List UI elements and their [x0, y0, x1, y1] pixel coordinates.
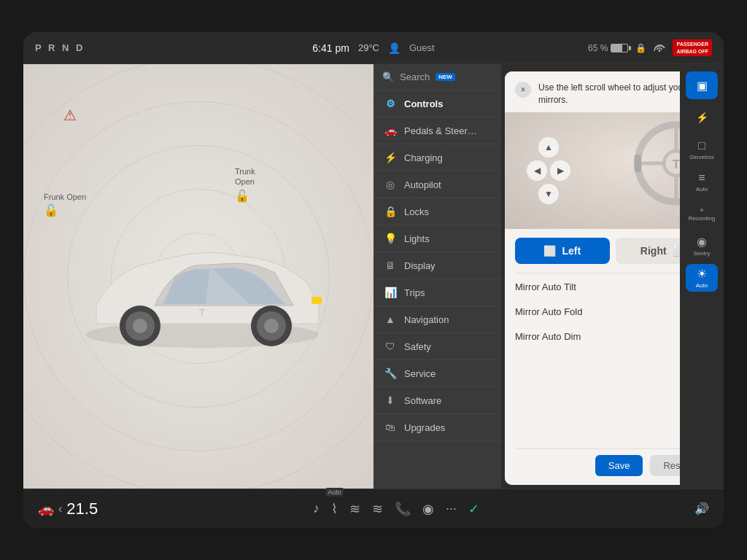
menu-item-autopilot[interactable]: ◎ Autopilot — [374, 171, 501, 198]
menu-item-display-label: Display — [404, 260, 436, 271]
menu-item-safety-label: Safety — [404, 341, 431, 352]
search-new-badge: NEW — [436, 73, 455, 81]
screen-icon-button[interactable]: ▣ — [686, 71, 718, 99]
heat-rear-button[interactable]: ≋ — [372, 501, 383, 517]
menu-item-navigation[interactable]: ▲ Navigation — [374, 306, 501, 333]
recording-icon-button[interactable]: ● Recording — [686, 200, 718, 228]
charging-icon: ⚡ — [384, 152, 397, 163]
top-bar-right: 65 % 🔒 PASSENGERAIRBAG OFF — [588, 39, 712, 55]
auto-icon-button[interactable]: ≡ Auto — [686, 168, 718, 195]
volume-icon[interactable]: 🔊 — [694, 502, 709, 515]
menu-item-lights-label: Lights — [404, 233, 430, 244]
menu-item-charging[interactable]: ⚡ Charging — [374, 144, 501, 171]
bluetooth-icon-button[interactable]: ⚡ — [686, 104, 718, 131]
locks-icon: 🔒 — [384, 206, 397, 217]
glovebox-label: Glovebox — [689, 154, 714, 160]
music-icon: ♪ — [313, 501, 320, 516]
search-label: Search — [400, 71, 430, 82]
save-button[interactable]: Save — [595, 455, 643, 476]
check-button[interactable]: ✓ — [468, 501, 479, 517]
heat-front-button[interactable]: ≋ — [349, 501, 360, 517]
user-display: Guest — [409, 42, 435, 53]
menu-item-software-label: Software — [404, 395, 441, 406]
menu-item-trips[interactable]: 📊 Trips — [374, 279, 501, 306]
glovebox-icon-button[interactable]: □ Glovebox — [686, 136, 718, 163]
menu-item-locks-label: Locks — [404, 206, 429, 217]
light-auto-button[interactable]: ☀ Auto — [686, 264, 718, 292]
menu-item-locks[interactable]: 🔒 Locks — [374, 198, 501, 225]
more-icon: ··· — [446, 501, 457, 516]
wiper-icon: ⌇ — [331, 502, 338, 516]
trips-icon: 📊 — [384, 287, 397, 298]
passenger-airbag-indicator: PASSENGERAIRBAG OFF — [673, 39, 712, 55]
menu-item-controls[interactable]: ⚙ Controls — [374, 90, 501, 117]
mirror-auto-tilt-label: Mirror Auto Tilt — [515, 281, 576, 292]
heat-front-icon: ≋ — [349, 502, 360, 516]
controls-icon: ⚙ — [384, 98, 397, 109]
menu-item-lights[interactable]: 💡 Lights — [374, 225, 501, 252]
recording-icon: ● — [700, 206, 704, 214]
car-icon-bottom: 🚗 — [38, 501, 54, 517]
close-button[interactable]: × — [515, 82, 531, 98]
pedals-icon: 🚗 — [384, 125, 397, 136]
recording-label: Recording — [689, 215, 715, 222]
sun-icon: ☀ — [697, 267, 707, 281]
menu-item-autopilot-label: Autopilot — [404, 179, 441, 190]
battery-percent: 65 % — [588, 43, 608, 53]
bottom-icons: ♪ Auto ⌇ ≋ ≋ 📞 ◉ ··· ✓ — [313, 501, 479, 517]
speed-display: 21.5 — [66, 499, 98, 518]
heat-rear-icon: ≋ — [372, 502, 383, 516]
more-button[interactable]: ··· — [446, 501, 457, 516]
menu-item-software[interactable]: ⬇ Software — [374, 387, 501, 414]
top-bar-center: 6:41 pm 29°C 👤 Guest — [312, 42, 434, 54]
wiper-icon-button[interactable]: Auto ⌇ — [331, 501, 338, 517]
mirror-right-button[interactable]: ▶ — [550, 160, 570, 181]
svg-point-6 — [264, 319, 279, 333]
right-panel: × Use the left scroll wheel to adjust yo… — [501, 64, 724, 489]
menu-item-pedals[interactable]: 🚗 Pedals & Steer… — [374, 117, 501, 144]
trunk-label: TrunkOpen 🔓 — [235, 166, 255, 203]
chevron-left: ‹ — [58, 502, 62, 516]
check-icon: ✓ — [468, 502, 479, 516]
sentry-icon: ◉ — [697, 235, 707, 249]
svg-point-3 — [133, 319, 147, 333]
bottom-right: 🔊 — [694, 502, 709, 516]
menu-item-charging-label: Charging — [404, 152, 443, 163]
battery-fill — [611, 44, 622, 52]
person-icon: 👤 — [388, 42, 400, 54]
screen-icon: ▣ — [697, 79, 708, 93]
car-illustration: T — [67, 211, 330, 357]
search-bar[interactable]: 🔍 Search NEW — [374, 64, 501, 90]
software-icon: ⬇ — [384, 394, 397, 406]
mirror-left-button[interactable]: ◀ — [527, 160, 547, 181]
bottom-left: 🚗 ‹ 21.5 — [38, 499, 98, 518]
lights-icon: 💡 — [384, 233, 397, 244]
mirror-auto-dim-label: Mirror Auto Dim — [515, 331, 581, 342]
menu-item-safety[interactable]: 🛡 Safety — [374, 333, 501, 360]
left-mirror-icon: ⬜ — [543, 245, 556, 257]
time-display: 6:41 pm — [312, 42, 349, 54]
phone-icon: 📞 — [395, 502, 411, 516]
menu-item-upgrades[interactable]: 🛍 Upgrades — [374, 414, 501, 441]
menu-item-service-label: Service — [404, 368, 436, 379]
menu-item-service[interactable]: 🔧 Service — [374, 360, 501, 387]
navigation-icon: ▲ — [384, 314, 397, 325]
camera-button[interactable]: ◉ — [422, 501, 434, 517]
lock-icon: 🔒 — [635, 43, 646, 53]
autopilot-icon: ◎ — [384, 179, 397, 190]
phone-button[interactable]: 📞 — [395, 501, 411, 517]
mirror-lr-row: ◀ ▶ — [527, 160, 570, 181]
top-bar-left: P R N D — [35, 42, 85, 53]
right-icons-panel: ▣ ⚡ □ Glovebox ≡ Auto ● Recording — [680, 64, 724, 489]
main-content: ⚠ Frunk Open 🔓 TrunkOpen 🔓 — [23, 64, 724, 489]
menu-item-trips-label: Trips — [404, 287, 425, 298]
menu-panel: 🔍 Search NEW ⚙ Controls 🚗 Pedals & Steer… — [374, 64, 501, 489]
safety-icon: 🛡 — [384, 341, 397, 352]
music-icon-button[interactable]: ♪ — [313, 501, 320, 516]
mirror-up-button[interactable]: ▲ — [538, 137, 559, 158]
sentry-icon-button[interactable]: ◉ Sentry — [686, 232, 718, 260]
left-mirror-button[interactable]: ⬜ Left — [515, 238, 610, 264]
menu-item-display[interactable]: 🖥 Display — [374, 252, 501, 279]
mirror-down-button[interactable]: ▼ — [538, 184, 559, 204]
service-icon: 🔧 — [384, 368, 397, 379]
